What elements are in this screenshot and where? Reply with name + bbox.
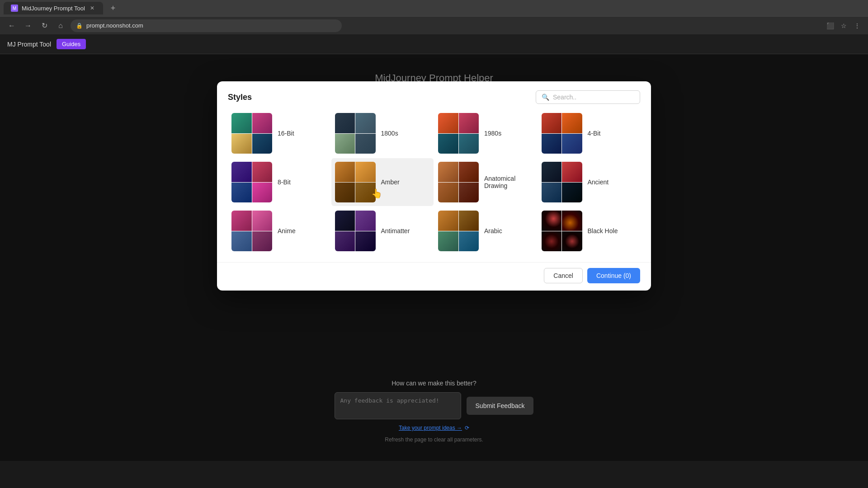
style-thumbnail-arabic [438, 211, 479, 251]
style-label-1800s: 1800s [381, 130, 398, 137]
reload-button[interactable]: ↻ [38, 19, 51, 32]
refresh-text: Refresh the page to clear all parameters… [385, 436, 483, 443]
guides-button[interactable]: Guides [57, 39, 86, 49]
thumb-cell [252, 183, 273, 203]
thumb-cell [355, 134, 376, 154]
thumb-cell [231, 162, 252, 182]
search-input[interactable] [553, 94, 634, 101]
thumb-cell [335, 231, 355, 252]
style-item-16bit[interactable]: 16-Bit [228, 109, 330, 157]
styles-modal: Styles 🔍 [217, 81, 651, 291]
url-text: prompt.noonshot.com [86, 22, 143, 29]
search-container[interactable]: 🔍 [536, 90, 640, 104]
style-thumbnail-ancient [542, 162, 582, 202]
home-button[interactable]: ⌂ [54, 19, 67, 32]
style-label-16bit: 16-Bit [278, 130, 294, 137]
style-item-4bit[interactable]: 4-Bit [538, 109, 641, 157]
style-label-1980s: 1980s [484, 130, 501, 137]
thumb-cell [252, 231, 273, 252]
feedback-section: How can we make this better? Submit Feed… [321, 380, 547, 443]
thumb-cell [542, 113, 562, 133]
style-thumbnail-1800s [335, 113, 376, 154]
cancel-button[interactable]: Cancel [544, 268, 583, 283]
address-bar[interactable]: 🔒 prompt.noonshot.com [71, 19, 342, 32]
modal-title: Styles [228, 93, 252, 102]
style-item-anime[interactable]: Anime [228, 207, 330, 255]
settings-button[interactable]: ⋮ [852, 20, 863, 31]
thumb-cell [335, 162, 355, 182]
style-thumbnail-antimatter [335, 211, 376, 251]
style-item-1800s[interactable]: 1800s [331, 109, 434, 157]
thumb-cell [542, 183, 562, 203]
thumb-cell [562, 211, 582, 231]
thumb-cell [231, 183, 252, 203]
tab-close-button[interactable]: ✕ [89, 5, 96, 12]
modal-body[interactable]: 16-Bit 1800s [217, 109, 651, 262]
style-item-1980s[interactable]: 1980s [434, 109, 537, 157]
bookmark-button[interactable]: ☆ [838, 20, 849, 31]
style-thumbnail-anime [231, 211, 272, 251]
update-link-text[interactable]: Take your prompt ideas → [399, 425, 462, 431]
thumb-cell [459, 113, 479, 133]
app-bar: MJ Prompt Tool Guides [0, 34, 868, 54]
extensions-button[interactable]: ⬛ [825, 20, 835, 31]
new-tab-button[interactable]: + [107, 2, 119, 14]
style-label-arabic: Arabic [484, 227, 502, 235]
thumb-cell [438, 231, 458, 252]
tab-title: MidJourney Prompt Tool [22, 5, 85, 12]
thumb-cell [438, 134, 458, 154]
style-item-ancient[interactable]: Ancient [538, 158, 641, 206]
feedback-row: Submit Feedback [335, 392, 534, 419]
browser-tab[interactable]: M MidJourney Prompt Tool ✕ [4, 2, 103, 14]
continue-button[interactable]: Continue (0) [587, 268, 640, 283]
style-label-8bit: 8-Bit [278, 178, 291, 186]
thumb-cell [438, 162, 458, 182]
thumb-cell [542, 162, 562, 182]
style-item-arabic[interactable]: Arabic [434, 207, 537, 255]
thumb-cell [355, 231, 376, 252]
main-content: MidJourney Prompt Helper Styles 🔍 [0, 54, 868, 461]
thumb-cell [335, 183, 355, 203]
feedback-title: How can we make this better? [392, 380, 476, 387]
style-item-8bit[interactable]: 8-Bit [228, 158, 330, 206]
style-label-anime: Anime [278, 227, 296, 235]
style-thumbnail-16bit [231, 113, 272, 154]
thumb-cell [335, 211, 355, 231]
thumb-cell [231, 231, 252, 252]
thumb-cell [231, 134, 252, 154]
feedback-input[interactable] [335, 392, 461, 419]
thumb-cell [335, 134, 355, 154]
style-item-blackhole[interactable]: Black Hole [538, 207, 641, 255]
thumb-cell [438, 183, 458, 203]
style-item-antimatter[interactable]: Antimatter [331, 207, 434, 255]
back-button[interactable]: ← [5, 19, 18, 32]
style-thumbnail-amber [335, 162, 376, 202]
thumb-cell [252, 113, 273, 133]
style-label-amber: Amber [381, 178, 400, 186]
thumb-cell [459, 162, 479, 182]
thumb-cell [459, 231, 479, 252]
forward-button[interactable]: → [22, 19, 34, 32]
lock-icon: 🔒 [76, 23, 83, 29]
thumb-cell [562, 183, 582, 203]
style-thumbnail-8bit [231, 162, 272, 202]
style-label-ancient: Ancient [588, 178, 609, 186]
thumb-cell [542, 134, 562, 154]
style-label-blackhole: Black Hole [588, 227, 618, 235]
style-label-4bit: 4-Bit [588, 130, 601, 137]
style-thumbnail-1980s [438, 113, 479, 154]
style-item-anatomical[interactable]: Anatomical Drawing [434, 158, 537, 206]
submit-feedback-button[interactable]: Submit Feedback [467, 397, 534, 415]
app-logo: MJ Prompt Tool [7, 41, 51, 48]
update-link[interactable]: Take your prompt ideas → ⟳ [399, 425, 469, 431]
thumb-cell [355, 211, 376, 231]
thumb-cell [231, 113, 252, 133]
browser-nav: ← → ↻ ⌂ 🔒 prompt.noonshot.com ⬛ ☆ ⋮ [0, 16, 868, 34]
style-item-amber[interactable]: Amber 👆 [331, 158, 434, 206]
thumb-cell [459, 134, 479, 154]
thumb-cell [252, 162, 273, 182]
cursor-icon: 👆 [371, 188, 382, 199]
thumb-cell [252, 211, 273, 231]
thumb-cell [542, 211, 562, 231]
thumb-cell [562, 162, 582, 182]
